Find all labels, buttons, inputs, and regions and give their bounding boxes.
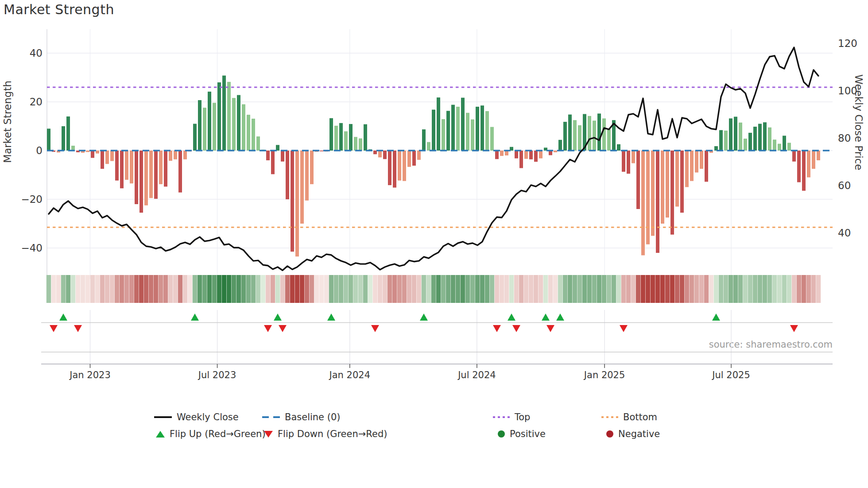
heatmap-cell — [461, 275, 465, 303]
strength-bar — [407, 151, 411, 167]
strength-bar — [758, 124, 762, 151]
legend-item-flip-up: Flip Up (Red→Green) — [156, 428, 266, 440]
strength-bar — [281, 151, 284, 162]
heatmap-cell — [514, 275, 519, 303]
heatmap-cell — [139, 275, 143, 303]
heatmap-cell — [154, 275, 158, 303]
heatmap-cell — [310, 275, 314, 303]
strength-bar — [339, 123, 343, 151]
heatmap-cell — [71, 275, 75, 303]
heatmap-cell — [275, 275, 280, 303]
strength-bar — [256, 136, 260, 151]
heatmap-cell — [134, 275, 139, 303]
flip-down-triangle-icon — [264, 431, 273, 438]
strength-bar — [675, 151, 679, 207]
heatmap-cell — [680, 275, 684, 303]
strength-bar — [519, 151, 523, 168]
strength-bar — [748, 133, 752, 151]
legend-label: Flip Up (Red→Green) — [170, 429, 266, 439]
heatmap-cell — [724, 275, 728, 303]
strength-bar — [817, 151, 820, 160]
heatmap-cell — [777, 275, 782, 303]
heatmap-cell — [368, 275, 372, 303]
heatmap-cell — [704, 275, 709, 303]
heatmap-cell — [373, 275, 377, 303]
strength-bar — [208, 92, 211, 151]
heatmap-cell — [56, 275, 61, 303]
strength-bar — [286, 151, 289, 199]
heatmap-cell — [767, 275, 772, 303]
strength-bar — [480, 105, 484, 151]
strength-bar — [622, 151, 625, 172]
strength-bar — [705, 151, 708, 182]
heatmap-cell — [534, 275, 538, 303]
heatmap-cell — [100, 275, 105, 303]
flip-up-triangle-icon — [156, 431, 165, 438]
heatmap-cell — [305, 275, 309, 303]
heatmap-cell — [733, 275, 738, 303]
flip-up-marker — [191, 314, 199, 321]
heatmap-cell — [295, 275, 299, 303]
strength-bar — [651, 151, 655, 236]
heatmap-cell — [339, 275, 343, 303]
heatmap-cell — [728, 275, 733, 303]
heatmap-cell — [753, 275, 757, 303]
strength-bar — [729, 118, 732, 151]
heatmap-cell — [251, 275, 256, 303]
flip-down-marker — [264, 325, 272, 332]
heatmap-cell — [573, 275, 577, 303]
legend-label: Negative — [618, 429, 660, 439]
strength-bar — [393, 151, 396, 188]
heatmap-cell — [378, 275, 382, 303]
strength-bar — [91, 151, 94, 158]
strength-bar — [456, 107, 460, 151]
strength-bar — [719, 130, 723, 151]
strength-bar — [666, 151, 669, 217]
heatmap-cell — [709, 275, 713, 303]
heatmap-cell — [490, 275, 494, 303]
strength-bar — [373, 151, 377, 154]
strength-bar — [125, 151, 128, 180]
legend-label: Bottom — [623, 412, 657, 422]
heatmap-cell — [699, 275, 704, 303]
strength-bar — [500, 151, 504, 156]
heatmap-cell — [694, 275, 699, 303]
strength-bar — [159, 151, 163, 184]
strength-bar — [656, 151, 659, 253]
x-tick-label: Jan 2023 — [69, 370, 111, 380]
strength-bar — [149, 151, 153, 198]
heatmap-cell — [178, 275, 182, 303]
strength-bar — [115, 151, 119, 181]
strength-bar — [154, 151, 158, 199]
strength-bar — [466, 113, 469, 151]
strength-bar — [578, 125, 581, 151]
flip-down-marker — [512, 325, 520, 332]
heatmap-cell — [792, 275, 796, 303]
strength-bar — [641, 151, 645, 256]
heatmap-cell — [212, 275, 217, 303]
heatmap-cell — [675, 275, 679, 303]
legend-item-positive: Positive — [493, 428, 546, 440]
strength-bar — [96, 151, 99, 154]
strength-bar — [768, 128, 771, 151]
heatmap-cell — [646, 275, 650, 303]
strength-bar — [334, 126, 338, 151]
heatmap-cell — [655, 275, 660, 303]
heatmap-cell — [787, 275, 791, 303]
heatmap-cell — [402, 275, 407, 303]
strength-bar — [558, 140, 562, 151]
strength-bar — [412, 151, 416, 166]
flip-up-marker — [556, 314, 564, 321]
heatmap-cell — [358, 275, 363, 303]
right-tick-label: 40 — [838, 227, 851, 239]
strength-bar — [661, 151, 664, 224]
x-tick-label: Jul 2025 — [711, 370, 750, 380]
strength-bar — [495, 151, 499, 159]
heatmap-cell — [495, 275, 499, 303]
strength-bar — [461, 98, 465, 151]
heatmap-cell — [782, 275, 787, 303]
heatmap-cell — [422, 275, 426, 303]
strength-bar — [792, 151, 796, 162]
heatmap-cell — [168, 275, 173, 303]
legend-label: Top — [515, 412, 530, 422]
